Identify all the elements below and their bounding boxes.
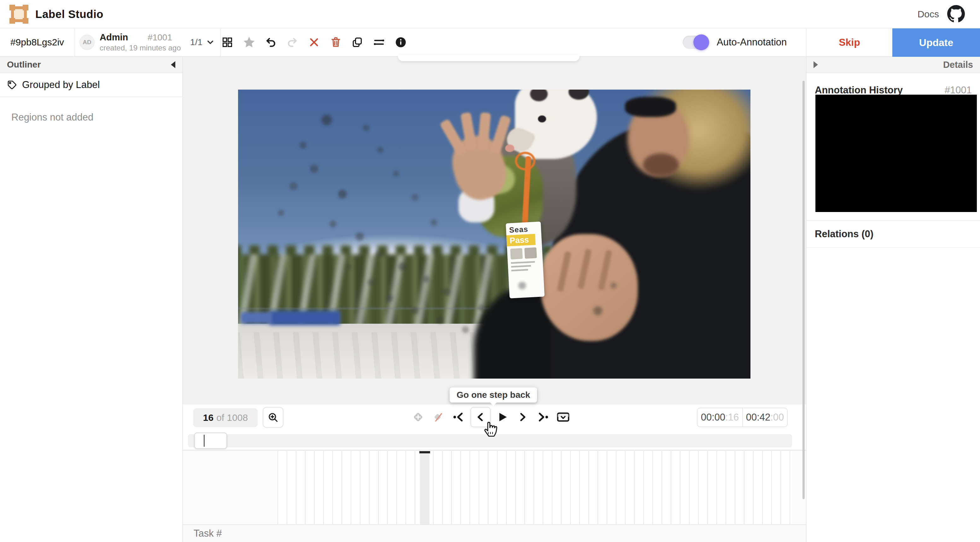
duplicate-annotation-button[interactable] [351,33,364,51]
annotation-toolbar [221,29,407,56]
annotation-created-info: created, 19 minutes ago [100,43,172,53]
toggle-knob [694,34,709,50]
pager-value: 1/1 [190,37,202,47]
magnifier-plus-icon [268,412,278,423]
annotation-workspace: Seas Pass Go one step back 16 of 1008 [183,57,806,542]
keyframe-slash-icon [432,411,445,423]
star-button[interactable] [242,33,256,51]
chevron-right-icon [517,411,528,423]
annotation-pager-dropdown[interactable]: 1/1 [190,37,215,47]
reject-x-icon [309,37,320,48]
github-icon[interactable] [947,5,965,23]
add-keyframe-button[interactable] [409,407,427,427]
current-time-value: 00:00 [701,412,725,423]
frame-counter-input[interactable]: 16 of 1008 [193,408,258,427]
delete-annotation-button[interactable] [329,33,342,51]
outliner-panel: Outliner Grouped by Label Regions not ad… [0,57,183,542]
outliner-title: Outliner [7,60,41,70]
update-button[interactable]: Update [892,29,980,57]
play-icon [496,411,508,423]
collapse-timeline-button[interactable] [554,407,572,427]
total-frames-label: of 1008 [216,412,248,423]
step-forward-button[interactable] [514,407,531,427]
info-button[interactable] [394,33,407,51]
details-panel: Details Annotation History #1001 Relatio… [806,57,980,542]
prev-keyframe-icon [452,411,465,423]
undo-button[interactable] [264,33,277,51]
badge-text-pass: Pass [506,234,535,247]
current-frame-value: 16 [203,412,213,423]
timeline-collapse-icon [556,411,570,423]
video-canvas[interactable]: Seas Pass [238,89,751,379]
grid-icon [221,36,233,48]
info-icon [395,36,407,48]
task-row-label: Task # [194,528,222,539]
next-keyframe-icon [536,411,549,423]
expand-panel-icon[interactable] [813,61,818,68]
history-video-thumbnail[interactable] [815,95,977,212]
label-studio-logo-icon[interactable] [10,5,29,24]
tag-icon [7,80,17,90]
video-season-pass-badge: Seas Pass [506,222,544,299]
top-header: Label Studio Docs [0,0,980,29]
total-time-input[interactable]: 00:42:00 [742,408,787,427]
seek-viewport-handle[interactable] [194,432,227,449]
group-by-label-selector[interactable]: Grouped by Label [0,73,182,97]
task-id-label: #9pb8Lgs2iv [0,29,75,56]
timeline-frames[interactable] [183,450,806,524]
grid-view-button[interactable] [221,33,234,51]
total-time-value: 00:42 [746,412,771,423]
undo-icon [265,36,277,48]
details-title: Details [943,60,973,70]
annotation-history-title: Annotation History [815,84,903,96]
current-time-frames: :16 [725,412,739,423]
vertical-scrollbar[interactable] [802,81,805,499]
copy-icon [351,36,363,48]
collapse-panel-icon[interactable] [171,61,175,68]
playback-controls [409,405,572,429]
previous-keyframe-button[interactable] [450,407,468,427]
video-lens-spots [238,89,239,90]
timeline-footer: Task # [183,524,806,542]
keyframe-add-icon [412,411,425,423]
current-time-input[interactable]: 00:00:16 [697,408,742,427]
relations-order-button[interactable] [372,33,386,51]
step-back-button[interactable] [471,407,491,427]
swap-arrows-icon [373,36,385,49]
app-title: Label Studio [35,8,103,21]
chevron-down-icon [205,38,215,47]
regions-empty-message: Regions not added [0,112,182,123]
annotation-selector: AD Admin #1001 created, 19 minutes ago 1… [75,29,221,56]
auto-annotation-label: Auto-Annotation [717,37,787,48]
avatar: AD [80,35,95,50]
redo-button[interactable] [286,33,299,51]
annotation-history-id: #1001 [945,84,972,96]
time-position-inputs: 00:00:16 00:42:00 [697,408,788,427]
reject-annotation-button[interactable] [307,33,321,51]
relations-section-header[interactable]: Relations (0) [807,220,980,248]
chevron-left-icon [475,411,486,423]
seek-playhead [204,435,205,447]
tooltip-go-one-step-back: Go one step back [450,387,537,403]
auto-annotation-toggle[interactable] [682,36,708,49]
skip-button[interactable]: Skip [806,29,892,56]
docs-link[interactable]: Docs [918,9,939,19]
badge-text-top: Seas [509,224,541,234]
redo-icon [286,36,298,48]
seek-track[interactable] [188,434,792,447]
annotation-id: #1001 [148,32,172,43]
play-button[interactable] [493,407,511,427]
trash-icon [330,36,342,48]
playhead-column[interactable] [420,451,430,524]
next-keyframe-button[interactable] [534,407,552,427]
annotator-name: Admin [100,32,128,43]
frames-grid[interactable] [277,451,792,524]
collapsed-config-bar[interactable] [398,55,579,61]
grouping-label: Grouped by Label [22,79,100,91]
media-stage: Seas Pass Go one step back [183,57,806,405]
toggle-interpolation-button[interactable] [430,407,447,427]
annotation-menubar: #9pb8Lgs2iv AD Admin #1001 created, 19 m… [0,29,980,57]
total-time-frames: :00 [770,412,784,423]
zoom-in-button[interactable] [262,407,283,428]
star-icon [242,36,256,49]
